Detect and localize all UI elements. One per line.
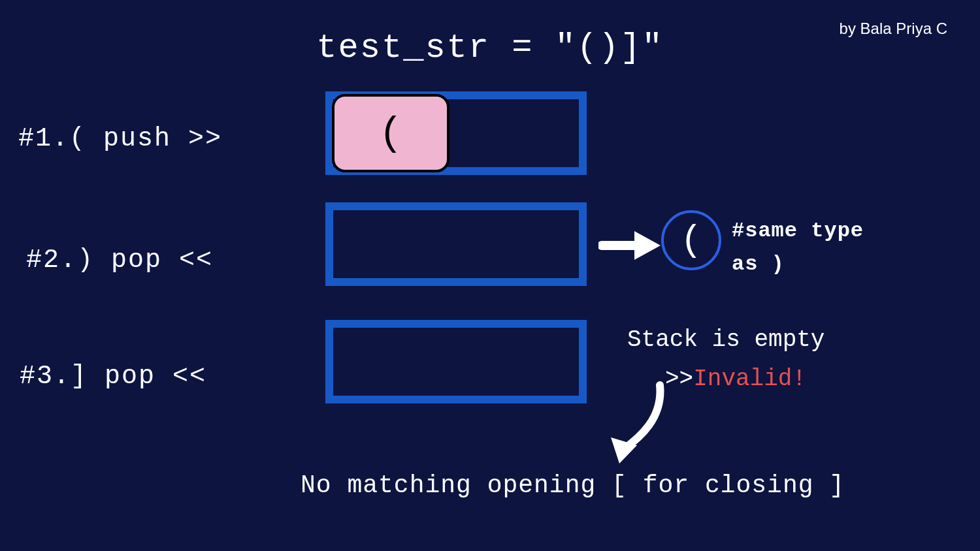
bottom-note: No matching opening [ for closing ] xyxy=(301,471,845,499)
note-same-type: #same type as ) xyxy=(732,214,864,281)
note-stack-empty: Stack is empty xyxy=(627,326,825,353)
stack-box-3 xyxy=(325,320,587,403)
note-invalid: >>Invalid! xyxy=(665,366,806,392)
stack-item-tile: ( xyxy=(332,94,449,172)
note-same-type-line2: as ) xyxy=(732,247,864,281)
code-title: test_str = "()]" xyxy=(0,29,980,67)
stack-box-1: ( xyxy=(325,91,587,175)
step3-label: #3.] pop << xyxy=(20,362,206,391)
note-same-type-line1: #same type xyxy=(732,214,864,247)
step2-label: #2.) pop << xyxy=(26,245,213,275)
note-invalid-text: Invalid! xyxy=(693,366,806,392)
popped-char-circle: ( xyxy=(661,210,721,270)
arrow-right-icon xyxy=(598,226,664,265)
popped-char: ( xyxy=(680,219,702,261)
stack-item-char: ( xyxy=(378,110,402,157)
stack-box-2 xyxy=(325,202,587,286)
step1-label: #1.( push >> xyxy=(18,124,222,153)
curved-arrow-icon xyxy=(601,372,673,470)
byline: by Bala Priya C xyxy=(840,20,947,38)
